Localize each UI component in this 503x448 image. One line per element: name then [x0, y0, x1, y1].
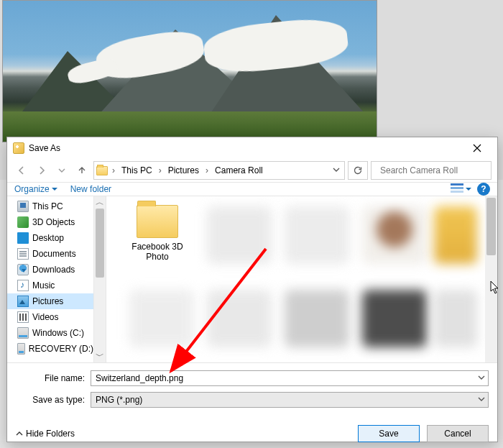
view-icon	[451, 183, 463, 195]
arrow-left-icon	[17, 165, 27, 175]
sidebar-scrollbar[interactable]: ︿ ﹀	[93, 196, 106, 362]
chevron-up-icon	[16, 430, 23, 437]
scroll-thumb[interactable]	[486, 198, 496, 255]
chevron-down-icon	[333, 166, 340, 173]
save-type-value[interactable]	[91, 395, 475, 405]
new-folder-button[interactable]: New folder	[70, 184, 111, 194]
file-name-combo[interactable]	[91, 370, 489, 386]
save-type-row: Save as type:	[20, 392, 489, 408]
sidebar-item-documents[interactable]: Documents	[7, 246, 93, 262]
nav-up-button[interactable]	[73, 162, 91, 179]
chevron-right-icon[interactable]: ›	[110, 165, 117, 175]
breadcrumb-label: This PC	[121, 165, 152, 175]
refresh-icon	[353, 165, 363, 175]
videos-icon	[17, 311, 29, 323]
nav-tree[interactable]: This PC 3D Objects Desktop Documents Dow…	[7, 196, 93, 362]
folder-icon	[96, 164, 109, 177]
new-folder-label: New folder	[70, 184, 111, 194]
blurred-thumbnail	[362, 206, 427, 264]
tree-label: Videos	[32, 312, 58, 322]
scroll-down-icon[interactable]: ﹀	[94, 350, 106, 362]
blurred-thumbnail	[285, 290, 349, 347]
sidebar-item-desktop[interactable]: Desktop	[7, 230, 93, 246]
footer: Hide Folders Save Cancel	[7, 418, 497, 448]
hide-folders-label: Hide Folders	[26, 429, 75, 439]
folder-icon	[137, 205, 178, 238]
breadcrumb[interactable]: › This PC › Pictures › Camera Roll	[93, 161, 345, 180]
tree-label: Music	[32, 280, 55, 291]
search-input[interactable]	[380, 165, 488, 175]
drive-icon	[17, 343, 25, 355]
filepane-scrollbar[interactable]	[485, 196, 497, 362]
fields-area: File name: Save as type:	[7, 362, 497, 418]
folder-label: Facebook 3D Photo	[126, 242, 188, 262]
download-icon	[17, 264, 29, 275]
sidebar-item-drive-d[interactable]: RECOVERY (D:)	[7, 341, 93, 357]
chevron-down-icon	[58, 167, 65, 174]
sidebar-item-this-pc[interactable]: This PC	[7, 198, 93, 214]
sidebar-item-3d-objects[interactable]: 3D Objects	[7, 214, 93, 230]
breadcrumb-pictures[interactable]: Pictures	[165, 162, 202, 179]
cancel-button[interactable]: Cancel	[427, 425, 489, 442]
nav-row: › This PC › Pictures › Camera Roll	[7, 159, 497, 182]
nav-recent-dropdown[interactable]	[53, 162, 70, 179]
drive-icon	[17, 327, 29, 339]
caret-down-icon	[466, 186, 471, 192]
document-icon	[17, 248, 29, 260]
breadcrumb-camera-roll[interactable]: Camera Roll	[212, 162, 266, 179]
save-type-dropdown[interactable]	[475, 395, 488, 405]
tree-label: Pictures	[32, 296, 63, 306]
help-button[interactable]: ?	[477, 183, 490, 196]
nav-back-button[interactable]	[13, 162, 30, 179]
organize-menu[interactable]: Organize	[14, 184, 57, 194]
music-icon	[17, 280, 29, 291]
tree-label: 3D Objects	[32, 217, 75, 227]
hide-folders-toggle[interactable]: Hide Folders	[16, 429, 75, 439]
tree-label: Windows (C:)	[32, 328, 84, 338]
blurred-thumbnail	[207, 290, 272, 347]
breadcrumb-dropdown[interactable]	[330, 165, 343, 175]
sidebar-item-drive-c[interactable]: Windows (C:)	[7, 325, 93, 341]
save-button[interactable]: Save	[358, 425, 420, 442]
file-name-dropdown[interactable]	[475, 373, 488, 383]
breadcrumb-label: Pictures	[168, 165, 199, 175]
save-type-combo[interactable]	[91, 392, 489, 408]
blurred-thumbnail	[129, 290, 194, 347]
cube-icon	[17, 216, 29, 228]
tree-label: This PC	[32, 201, 63, 211]
scroll-thumb[interactable]	[96, 209, 104, 278]
app-icon	[13, 142, 24, 154]
chevron-right-icon[interactable]: ›	[203, 165, 211, 175]
tree-label: RECOVERY (D:)	[29, 344, 93, 354]
file-name-row: File name:	[20, 370, 489, 386]
blurred-thumbnail	[362, 290, 427, 347]
save-label: Save	[379, 429, 398, 439]
help-label: ?	[481, 184, 486, 194]
tree-label: Desktop	[32, 233, 64, 243]
sidebar-item-downloads[interactable]: Downloads	[7, 262, 93, 278]
blurred-thumbnail	[285, 206, 349, 264]
refresh-button[interactable]	[348, 161, 368, 180]
dialog-body: This PC 3D Objects Desktop Documents Dow…	[7, 196, 497, 362]
file-name-label: File name:	[20, 373, 91, 383]
sidebar-item-music[interactable]: Music	[7, 278, 93, 293]
sidebar-item-videos[interactable]: Videos	[7, 309, 93, 325]
file-name-input[interactable]	[91, 373, 475, 383]
dialog-title: Save As	[29, 143, 60, 153]
close-button[interactable]	[461, 137, 493, 159]
sidebar-item-pictures[interactable]: Pictures	[7, 293, 93, 309]
toolbar: Organize New folder ?	[7, 182, 497, 196]
breadcrumb-this-pc[interactable]: This PC	[119, 162, 155, 179]
save-type-label: Save as type:	[20, 395, 91, 405]
pictures-icon	[17, 296, 29, 307]
titlebar: Save As	[7, 137, 497, 159]
nav-sidebar: This PC 3D Objects Desktop Documents Dow…	[7, 196, 106, 362]
file-pane[interactable]: Facebook 3D Photo	[106, 196, 497, 362]
folder-facebook-3d-photo[interactable]: Facebook 3D Photo	[126, 205, 188, 262]
close-icon	[473, 144, 481, 152]
search-box[interactable]	[371, 161, 492, 180]
view-menu[interactable]	[451, 183, 471, 195]
nav-forward-button[interactable]	[33, 162, 50, 179]
scroll-up-icon[interactable]: ︿	[94, 196, 106, 209]
chevron-right-icon[interactable]: ›	[157, 165, 164, 175]
